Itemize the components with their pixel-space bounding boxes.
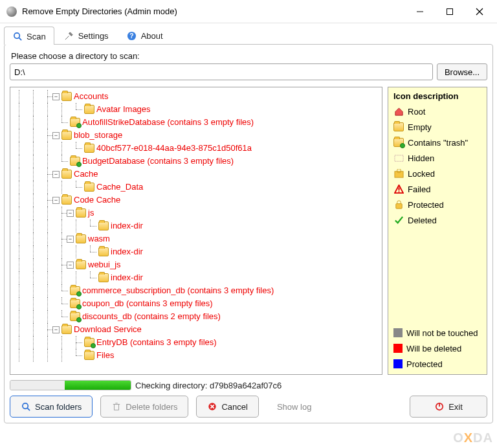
tab-about[interactable]: ? About xyxy=(118,26,171,44)
search-icon xyxy=(12,31,23,41)
tree-node[interactable]: EntryDB (contains 3 empty files) xyxy=(13,336,382,349)
watermark: OXDA xyxy=(453,431,493,445)
browse-button[interactable]: Browse... xyxy=(437,63,487,80)
tree-node-label: index-dir xyxy=(111,271,143,284)
folder-icon xyxy=(76,208,86,218)
tree-node-label: EntryDB (contains 3 empty files) xyxy=(96,336,217,349)
expander-icon[interactable]: − xyxy=(52,171,60,178)
tree-node[interactable]: coupon_db (contains 3 empty files) xyxy=(13,297,382,310)
scan-prompt: Please choose a directory to scan: xyxy=(11,51,486,61)
path-input[interactable] xyxy=(10,63,433,80)
tree-node[interactable]: index-dir xyxy=(13,219,382,232)
scan-folders-button[interactable]: Scan folders xyxy=(10,396,93,418)
folder-icon xyxy=(76,234,86,243)
tree-node[interactable]: −Download Service xyxy=(13,323,382,336)
tree-node[interactable]: discounts_db (contains 2 empty files) xyxy=(13,310,382,323)
tree-node-label: commerce_subscription_db (contains 3 emp… xyxy=(82,284,274,297)
svg-rect-1 xyxy=(447,8,453,14)
legend-trash: Contains "trash" xyxy=(393,136,481,149)
power-icon xyxy=(434,401,445,412)
expander-icon[interactable]: − xyxy=(67,210,74,217)
folder-icon xyxy=(61,325,72,334)
tree-node[interactable]: −js xyxy=(13,207,382,219)
tree-node-label: Code Cache xyxy=(74,194,120,207)
swatch-red-icon xyxy=(393,344,403,353)
expander-icon[interactable]: − xyxy=(52,132,60,139)
cancel-button[interactable]: Cancel xyxy=(196,396,258,418)
legend-swatch-notouch: Will not be touched xyxy=(393,326,481,339)
progress-label: Checking directory: d79b89a642af07c6 xyxy=(135,381,282,390)
maximize-button[interactable] xyxy=(435,1,465,22)
svg-text:?: ? xyxy=(129,32,133,39)
folder-icon xyxy=(61,131,72,140)
progress-bar xyxy=(10,380,131,390)
close-button[interactable] xyxy=(465,1,494,22)
tree-node-label: 40bcf577-e018-44aa-94e3-875c1d50f61a xyxy=(96,142,252,155)
tree-node-label: Avatar Images xyxy=(96,103,151,116)
folder-icon xyxy=(61,170,72,179)
folder-trash-icon xyxy=(70,312,80,321)
tree-node[interactable]: index-dir xyxy=(13,245,382,258)
expander-icon[interactable]: − xyxy=(52,93,60,100)
tree-node-label: wasm xyxy=(88,232,110,245)
folder-trash-icon xyxy=(393,137,404,148)
legend-root: Root xyxy=(393,105,481,118)
expander-icon[interactable]: − xyxy=(52,326,60,333)
folder-icon xyxy=(84,351,94,360)
minimize-button[interactable] xyxy=(405,1,435,22)
legend-empty: Empty xyxy=(393,120,481,133)
tree-node-label: blob_storage xyxy=(74,129,122,142)
svg-point-14 xyxy=(398,191,399,192)
legend-title: Icon description xyxy=(393,91,481,101)
tree-node[interactable]: −Accounts xyxy=(13,90,382,103)
expander-icon[interactable]: − xyxy=(67,236,74,243)
content-row: −AccountsAvatar ImagesAutofillStrikeData… xyxy=(10,87,487,375)
tools-icon xyxy=(64,30,74,41)
tree-node[interactable]: Files xyxy=(13,349,382,362)
tab-settings-label: Settings xyxy=(78,31,109,41)
tree-node[interactable]: −webui_js xyxy=(13,258,382,271)
folder-icon xyxy=(61,196,72,205)
expander-icon[interactable]: − xyxy=(52,197,60,204)
tree-node[interactable]: −Cache xyxy=(13,168,382,181)
expander-icon[interactable]: − xyxy=(67,262,74,269)
directory-tree[interactable]: −AccountsAvatar ImagesAutofillStrikeData… xyxy=(10,87,382,375)
tree-node[interactable]: −blob_storage xyxy=(13,129,382,142)
tree-node[interactable]: −Code Cache xyxy=(13,194,382,207)
legend-failed: Failed xyxy=(393,183,481,196)
tree-node-label: js xyxy=(88,207,94,219)
folder-trash-icon xyxy=(70,286,80,295)
window-controls xyxy=(405,1,494,22)
folder-trash-icon xyxy=(70,299,80,308)
folder-icon xyxy=(84,144,94,153)
folder-icon xyxy=(98,221,109,230)
delete-folders-button[interactable]: Delete folders xyxy=(100,396,188,418)
tree-node[interactable]: index-dir xyxy=(13,271,382,284)
tree-node-label: Files xyxy=(96,349,114,362)
legend-swatch-delete: Will be deleted xyxy=(393,342,481,355)
tab-settings[interactable]: Settings xyxy=(56,26,117,44)
show-log-button[interactable]: Show log xyxy=(267,396,322,418)
folder-trash-icon xyxy=(70,118,80,127)
tree-node-label: webui_js xyxy=(88,258,121,271)
svg-marker-8 xyxy=(395,107,402,115)
tab-scan[interactable]: Scan xyxy=(4,27,54,45)
folder-trash-icon xyxy=(70,157,80,166)
path-row: Browse... xyxy=(10,63,487,80)
warning-icon xyxy=(393,184,404,194)
lock-icon xyxy=(393,168,404,179)
tree-node-label: AutofillStrikeDatabase (contains 3 empty… xyxy=(82,116,254,129)
tree-node[interactable]: 40bcf577-e018-44aa-94e3-875c1d50f61a xyxy=(13,142,382,155)
tree-node[interactable]: BudgetDatabase (contains 3 empty files) xyxy=(13,155,382,168)
tree-node-label: Accounts xyxy=(74,90,108,103)
tab-scan-label: Scan xyxy=(27,32,46,41)
progress-row: Checking directory: d79b89a642af07c6 xyxy=(10,380,487,390)
tree-node[interactable]: −wasm xyxy=(13,232,382,245)
tab-panel: Please choose a directory to scan: Brows… xyxy=(4,44,493,423)
exit-button[interactable]: Exit xyxy=(410,396,487,418)
tree-node[interactable]: Avatar Images xyxy=(13,103,382,116)
tree-node[interactable]: AutofillStrikeDatabase (contains 3 empty… xyxy=(13,116,382,129)
tree-node[interactable]: Cache_Data xyxy=(13,181,382,194)
tree-node-label: BudgetDatabase (contains 3 empty files) xyxy=(82,155,234,168)
tree-node[interactable]: commerce_subscription_db (contains 3 emp… xyxy=(13,284,382,297)
